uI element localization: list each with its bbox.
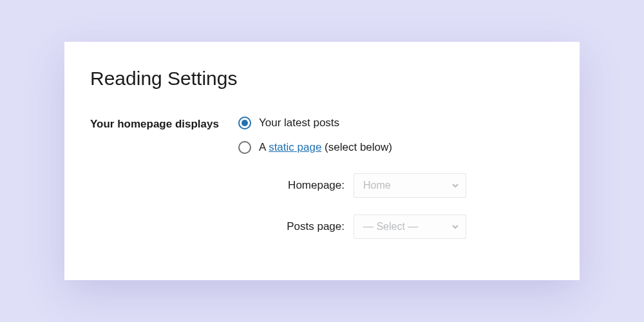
postspage-select[interactable]: — Select — (354, 214, 466, 239)
homepage-select-label: Homepage: (267, 179, 345, 192)
radio-icon[interactable] (238, 117, 251, 129)
postspage-select-row: Posts page: — Select — (267, 214, 554, 239)
static-page-link[interactable]: static page (269, 141, 321, 153)
radio-label: Your latest posts (259, 117, 339, 129)
page-selects: Homepage: Home Posts page: — Select — (267, 173, 554, 239)
select-value: Home (363, 180, 391, 191)
settings-card: Reading Settings Your homepage displays … (64, 42, 580, 280)
radio-label: A static page (select below) (259, 141, 392, 154)
radio-option-latest-posts[interactable]: Your latest posts (238, 117, 554, 129)
page-title: Reading Settings (90, 68, 554, 90)
homepage-select[interactable]: Home (354, 173, 466, 198)
radio-icon[interactable] (238, 141, 251, 154)
homepage-displays-row: Your homepage displays Your latest posts… (90, 117, 554, 256)
chevron-down-icon (451, 223, 459, 231)
options-column: Your latest posts A static page (select … (238, 117, 554, 256)
postspage-select-label: Posts page: (267, 220, 345, 233)
select-value: — Select — (363, 221, 418, 232)
homepage-select-row: Homepage: Home (267, 173, 554, 198)
radio-option-static-page[interactable]: A static page (select below) (238, 141, 554, 154)
section-label: Your homepage displays (90, 117, 238, 131)
chevron-down-icon (451, 182, 459, 189)
